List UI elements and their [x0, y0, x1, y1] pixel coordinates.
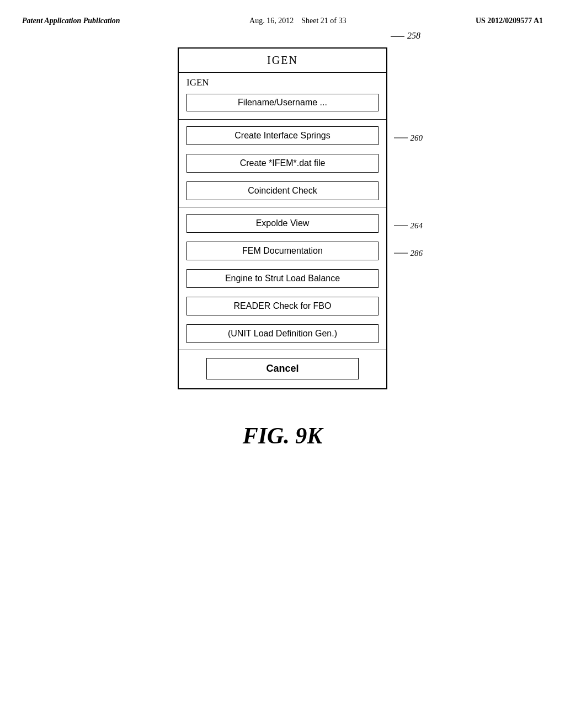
ref-258-label: 258 [407, 31, 420, 41]
header-center: Aug. 16, 2012 Sheet 21 of 33 [249, 17, 346, 25]
diagram-wrapper: 258 IGEN IGEN Filename/Username ... Crea… [178, 47, 387, 389]
fem-doc-wrapper: FEM Documentation 286 [186, 242, 379, 265]
ref-260-label: 260 [411, 133, 423, 143]
header-date: Aug. 16, 2012 [249, 17, 294, 25]
cancel-section: Cancel [179, 350, 386, 388]
expolde-view-wrapper: Expolde View 264 [186, 214, 379, 237]
unit-load-definition-button[interactable]: (UNIT Load Definition Gen.) [186, 324, 379, 343]
page: Patent Application Publication Aug. 16, … [0, 0, 565, 728]
engine-strut-load-button[interactable]: Engine to Strut Load Balance [186, 269, 379, 288]
reader-check-fbo-button[interactable]: READER Check for FBO [186, 297, 379, 315]
dialog-title: IGEN [179, 49, 386, 73]
buttons-group1: Create Interface Springs 260 Create *IFE… [179, 120, 386, 207]
header-sheet: Sheet 21 of 33 [301, 17, 346, 25]
diagram-container: 258 IGEN IGEN Filename/Username ... Crea… [22, 47, 543, 389]
fem-documentation-button[interactable]: FEM Documentation [186, 242, 379, 260]
create-interface-springs-button[interactable]: Create Interface Springs [186, 126, 379, 145]
coincident-check-button[interactable]: Coincident Check [186, 181, 379, 200]
cancel-button[interactable]: Cancel [206, 358, 359, 379]
igen-label: IGEN [179, 73, 386, 88]
figure-label: FIG. 9K [22, 422, 543, 449]
dialog-box: IGEN IGEN Filename/Username ... Create I… [178, 47, 387, 389]
filename-section: Filename/Username ... [179, 88, 386, 120]
create-ifem-dat-button[interactable]: Create *IFEM*.dat file [186, 154, 379, 173]
header-right: US 2012/0209577 A1 [476, 17, 543, 25]
header-left: Patent Application Publication [22, 17, 120, 25]
filename-button[interactable]: Filename/Username ... [186, 94, 379, 111]
ref-264-label: 264 [411, 221, 423, 231]
header: Patent Application Publication Aug. 16, … [22, 17, 543, 25]
create-interface-wrapper: Create Interface Springs 260 [186, 126, 379, 149]
ref-286-label: 286 [411, 249, 423, 258]
expolde-view-button[interactable]: Expolde View [186, 214, 379, 233]
buttons-group2: Expolde View 264 FEM Documentation 286 E… [179, 207, 386, 350]
